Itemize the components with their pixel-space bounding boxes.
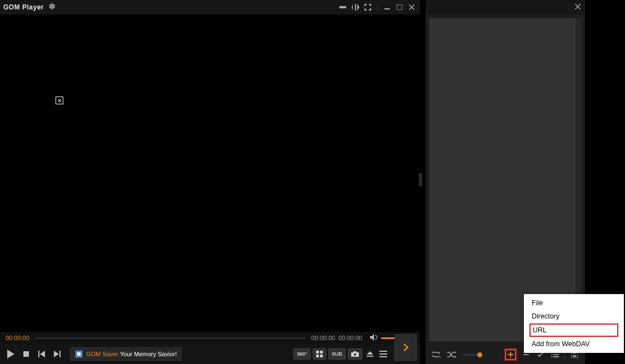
next-button[interactable] — [52, 347, 62, 361]
playlist-titlebar — [426, 0, 585, 14]
subtitle-button[interactable]: SUB — [328, 348, 346, 360]
svg-rect-17 — [553, 354, 559, 355]
playlist-body[interactable] — [429, 18, 582, 342]
svg-point-18 — [551, 356, 552, 357]
promo-accent: GOM Saver — [86, 351, 118, 357]
svg-rect-12 — [379, 356, 387, 357]
svg-rect-11 — [379, 353, 387, 355]
open-playlist-button[interactable] — [394, 334, 417, 361]
svg-rect-5 — [316, 355, 319, 357]
brand-light: Player — [20, 3, 44, 11]
svg-rect-2 — [397, 4, 402, 10]
svg-rect-13 — [523, 354, 529, 355]
maximize-icon[interactable] — [394, 2, 404, 12]
menu-item-webdav[interactable]: Add from WebDAV — [524, 337, 624, 351]
svg-rect-21 — [573, 355, 576, 357]
add-context-menu: File Directory URL Add from WebDAV — [524, 294, 624, 353]
fullscreen-icon[interactable] — [363, 2, 373, 12]
settings-gear-icon[interactable] — [48, 3, 56, 12]
eject-button[interactable] — [364, 348, 376, 360]
shuffle-button[interactable] — [447, 350, 457, 360]
playlist-close-icon[interactable] — [575, 3, 581, 11]
video-area[interactable]: ✕ — [0, 14, 420, 332]
menu-item-file[interactable]: File — [524, 296, 624, 310]
add-button-highlight — [504, 348, 517, 361]
svg-rect-3 — [316, 351, 319, 353]
minimize-icon[interactable] — [382, 2, 392, 12]
playlist-slider[interactable] — [462, 354, 482, 356]
controls-bar: GOM Saver Your Memory Savior! 360° SUB — [0, 344, 420, 364]
right-controls: 360° SUB — [293, 348, 389, 360]
promo-banner[interactable]: GOM Saver Your Memory Savior! — [70, 347, 182, 361]
titlebar-separator — [377, 3, 378, 11]
time-elapsed: 00:00:00 — [6, 335, 29, 341]
compact-mode-icon[interactable] — [338, 2, 348, 12]
promo-text: GOM Saver Your Memory Savior! — [86, 351, 177, 357]
seekbar-row: 00:00:00 00:00:00 00:00:00 — [0, 332, 420, 344]
svg-rect-0 — [339, 6, 346, 8]
play-button[interactable] — [6, 347, 16, 361]
close-icon[interactable] — [407, 2, 417, 12]
svg-rect-9 — [353, 351, 357, 353]
titlebar: GOM Player — [0, 0, 420, 14]
promo-rest: Your Memory Savior! — [118, 351, 177, 357]
screenshot-button[interactable] — [348, 348, 362, 360]
panel-grip[interactable] — [419, 173, 422, 186]
time-current: 00:00:00 — [311, 335, 335, 341]
title-buttons — [338, 2, 417, 12]
menu-button[interactable] — [378, 348, 389, 360]
svg-rect-10 — [379, 351, 387, 352]
app-title: GOM Player — [3, 3, 44, 11]
stop-button[interactable] — [21, 347, 31, 361]
seek-slider[interactable] — [35, 337, 306, 339]
svg-rect-6 — [320, 355, 323, 357]
volume-icon[interactable] — [370, 334, 378, 342]
player-window: GOM Player — [0, 0, 420, 364]
pip-icon[interactable] — [351, 2, 361, 12]
promo-icon — [75, 350, 83, 358]
menu-item-url[interactable]: URL — [529, 323, 618, 337]
svg-rect-4 — [320, 351, 323, 353]
svg-rect-19 — [553, 356, 559, 357]
add-button[interactable] — [506, 350, 516, 360]
repeat-button[interactable] — [431, 350, 441, 360]
prev-button[interactable] — [37, 347, 47, 361]
aspect-button[interactable] — [313, 348, 326, 360]
broken-image-icon: ✕ — [56, 97, 63, 104]
playlist-scrollbar[interactable] — [576, 18, 581, 341]
brand-bold: GOM — [3, 3, 20, 11]
360-button[interactable]: 360° — [293, 348, 311, 360]
svg-point-8 — [354, 353, 356, 356]
menu-item-directory[interactable]: Directory — [524, 310, 624, 323]
svg-point-16 — [551, 354, 552, 355]
svg-rect-1 — [384, 8, 390, 9]
time-total: 00:00:00 — [338, 335, 362, 341]
